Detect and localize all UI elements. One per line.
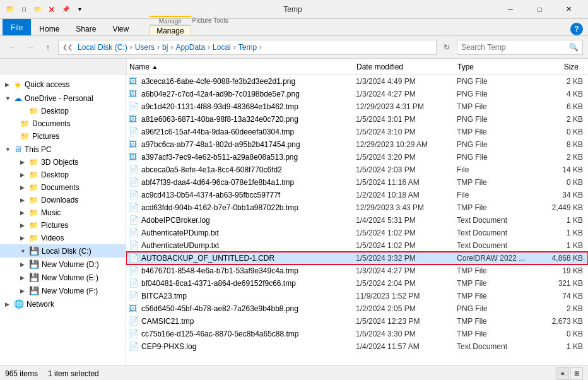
sidebar-item-thispc[interactable]: ▼ 🖥 This PC [0, 143, 126, 156]
table-row[interactable]: 📄 acd63fdd-904b-4162-b7e7-0bb1a987022b.t… [126, 201, 588, 214]
close-button[interactable]: ✕ [554, 0, 583, 19]
sidebar-item-pictures-od[interactable]: 📁 Pictures [0, 130, 126, 143]
table-row[interactable]: 📄 bf040481-8ca1-4371-a864-de69152f9c66.t… [126, 277, 588, 290]
ribbon: File Home Share View Manage Manage Pictu… [0, 19, 588, 36]
table-row[interactable]: 📄 AuthenticateUDump.txt 1/5/2024 1:02 PM… [126, 239, 588, 252]
file-date: 1/5/2024 3:30 PM [356, 330, 457, 338]
address-path[interactable]: ❮❮ Local Disk (C:) › Users › bj › AppDat… [58, 40, 437, 55]
sidebar-item-localc[interactable]: ▼ 💾 Local Disk (C:) [0, 244, 126, 258]
expand-icon-docs2: ▶ [20, 184, 26, 191]
path-item-bj[interactable]: bj [162, 43, 168, 52]
tab-file[interactable]: File [3, 19, 31, 35]
expand-icon-3d: ▶ [20, 159, 26, 165]
table-row[interactable]: 📄 ac9cd413-0b54-4374-ab63-95fbcc59777f 1… [126, 189, 588, 201]
path-item-local[interactable]: Local [213, 43, 231, 52]
file-size: 321 KB [532, 279, 583, 288]
sidebar-label-thispc: This PC [25, 145, 52, 154]
maximize-button[interactable]: □ [525, 0, 554, 19]
back-button[interactable]: ← [5, 40, 20, 55]
table-row[interactable]: 📄 abf47f39-daa4-4d64-96ca-078e1fe8b4a1.t… [126, 176, 588, 189]
path-sep4: › [208, 43, 210, 52]
up-button[interactable]: ↑ [40, 40, 56, 55]
sidebar-label-pictures2: Pictures [41, 221, 68, 230]
file-date: 1/5/2024 1:02 PM [356, 241, 457, 250]
table-row[interactable]: 📄 BITCA23.tmp 11/9/2023 1:52 PM TMP File… [126, 290, 588, 302]
file-name: a6b04e27-c7cd-42a4-ad9b-7c0198bde5e7.png [141, 90, 356, 98]
file-size: 6 KB [532, 102, 583, 111]
table-row[interactable]: 🖼 a81e6063-6871-40ba-98f8-13a324e0c720.p… [126, 113, 588, 126]
table-row[interactable]: 📄 AuthenticatePDump.txt 1/5/2024 1:02 PM… [126, 227, 588, 239]
folder-docs-icon: 📁 [20, 119, 30, 128]
expand-icon-vid: ▶ [20, 235, 26, 241]
table-row[interactable]: 🖼 a97bc6ca-ab77-48a1-802d-a95b2b417454.p… [126, 138, 588, 151]
tab-manage[interactable]: Manage [150, 25, 191, 36]
table-row[interactable]: 📄 a96f21c6-15af-44ba-9daa-60deeefa0304.t… [126, 126, 588, 138]
table-row[interactable]: 📄 cc75b16e-d125-46ac-8870-5ec8b4a65c88.t… [126, 328, 588, 340]
sidebar-item-desktop2[interactable]: ▶ 📁 Desktop [0, 169, 126, 181]
file-type-icon: 🖼 [129, 89, 139, 99]
sidebar-item-music[interactable]: ▶ 📁 Music [0, 206, 126, 219]
refresh-button[interactable]: ↻ [439, 40, 454, 55]
table-row[interactable]: 📄 a9c1d420-1131-4f88-93d9-483684e1b462.t… [126, 100, 588, 113]
picture-tools-context-label: Picture Tools [192, 16, 228, 24]
tab-view[interactable]: View [104, 21, 137, 35]
forward-button[interactable]: → [23, 40, 38, 55]
sidebar-item-documents[interactable]: 📁 Documents [0, 117, 126, 130]
sidebar-item-quick-access[interactable]: ▶ ★ Quick access [0, 78, 126, 92]
large-icon-view-button[interactable]: ⊞ [570, 367, 583, 380]
table-row[interactable]: 🖼 a3ceca16-6abe-4cfe-9088-fe3b2d3ee2d1.p… [126, 75, 588, 88]
details-view-button[interactable]: ≡ [556, 367, 569, 380]
sidebar-item-3dobjects[interactable]: ▶ 📁 3D Objects [0, 156, 126, 169]
col-name-header[interactable]: Name ▲ [127, 62, 354, 71]
sidebar-item-downloads[interactable]: ▶ 📁 Downloads [0, 194, 126, 206]
col-type-header[interactable]: Type [455, 62, 531, 71]
expand-icon-desktop2: ▶ [20, 172, 26, 178]
table-row[interactable]: 🖼 a397acf3-7ec9-4e62-b511-a29a8e08a513.p… [126, 151, 588, 163]
sidebar-item-newvolf[interactable]: ▶ 💾 New Volume (F:) [0, 284, 126, 297]
file-date: 1/3/2024 4:49 PM [356, 77, 457, 86]
sidebar-label-newvold: New Volume (D:) [42, 260, 99, 269]
minimize-button[interactable]: ─ [496, 0, 525, 19]
table-row[interactable]: 📄 abceca0a5-8efe-4e1a-8cc4-608f770c6fd2 … [126, 163, 588, 176]
file-type-icon: 🖼 [129, 152, 139, 162]
sidebar-item-onedrive[interactable]: ▼ ☁ OneDrive - Personal [0, 92, 126, 105]
table-row[interactable]: 📄 b4676701-8548-4e6a-b7b1-53af9e349c4a.t… [126, 264, 588, 277]
path-item-users[interactable]: Users [135, 43, 155, 52]
file-date: 1/2/2024 2:05 PM [356, 304, 457, 313]
path-item-c[interactable]: Local Disk (C:) [78, 43, 127, 52]
file-type: Text Document [457, 229, 532, 237]
path-item-temp[interactable]: Temp [238, 43, 257, 52]
col-date-header[interactable]: Date modified [354, 62, 455, 71]
file-type: File [457, 165, 532, 174]
file-type: TMP File [457, 102, 532, 111]
file-type: TMP File [457, 203, 532, 212]
path-item-appdata[interactable]: AppData [175, 43, 205, 52]
sidebar-item-network[interactable]: ▶ 🌐 Network [0, 297, 126, 311]
search-input[interactable] [461, 43, 569, 52]
file-name: cc75b16e-d125-46ac-8870-5ec8b4a65c88.tmp [141, 330, 356, 338]
search-box[interactable]: 🔍 [457, 40, 583, 55]
tab-picture-tools[interactable] [192, 24, 228, 35]
table-row[interactable]: 📄 CAMSIC21.tmp 1/5/2024 12:23 PM TMP Fil… [126, 315, 588, 328]
sidebar-item-newvole[interactable]: ▶ 💾 New Volume (E:) [0, 271, 126, 284]
sidebar-item-pictures2[interactable]: ▶ 📁 Pictures [0, 219, 126, 232]
file-size: 4 KB [532, 90, 583, 98]
table-row[interactable]: 🖼 a6b04e27-c7cd-42a4-ad9b-7c0198bde5e7.p… [126, 88, 588, 100]
sidebar-item-newvold[interactable]: ▶ 💾 New Volume (D:) [0, 258, 126, 271]
sidebar-label-newvole: New Volume (E:) [42, 273, 98, 282]
table-row[interactable]: 📄 CEP9-PHXS.log 1/4/2024 11:57 AM Text D… [126, 340, 588, 353]
col-size-header[interactable]: Size [531, 62, 581, 71]
file-type-icon: 📄 [129, 253, 139, 263]
table-row[interactable]: 📄 AdobeIPCBroker.log 1/4/2024 5:31 PM Te… [126, 214, 588, 227]
tab-share[interactable]: Share [68, 21, 104, 35]
table-row[interactable]: 📄 AUTOBACKUP_OF_UNTITLED-1.CDR 1/5/2024 … [126, 252, 588, 264]
help-button[interactable]: ? [570, 23, 585, 35]
file-type-icon: 📄 [129, 102, 139, 112]
sidebar-item-desktop[interactable]: 📁 Desktop [0, 105, 126, 117]
file-name: a9c1d420-1131-4f88-93d9-483684e1b462.tmp [141, 102, 356, 111]
column-headers: Name ▲ Date modified Type Size [126, 59, 588, 75]
sidebar-item-documents2[interactable]: ▶ 📁 Documents [0, 181, 126, 194]
sidebar-item-videos[interactable]: ▶ 📁 Videos [0, 232, 126, 244]
tab-home[interactable]: Home [31, 21, 68, 35]
table-row[interactable]: 🖼 c56d6450-45bf-4b78-ae82-7a263e9b4bb8.p… [126, 302, 588, 315]
